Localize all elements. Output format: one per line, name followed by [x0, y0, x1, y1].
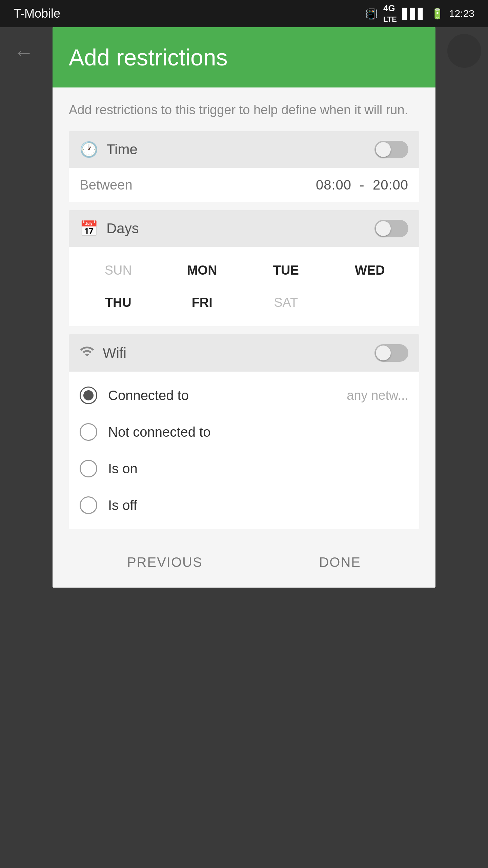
wifi-option-not-connected-to[interactable]: Not connected to: [69, 414, 419, 450]
day-wed[interactable]: WED: [331, 258, 409, 283]
radio-not-connected-to: [80, 423, 97, 441]
status-time: 12:23: [449, 8, 474, 19]
wifi-options: Connected to any netw... Not connected t…: [69, 372, 419, 529]
time-section-header: 🕐 Time: [69, 131, 419, 168]
dialog-footer: PREVIOUS DONE: [53, 537, 435, 588]
day-thu[interactable]: THU: [80, 290, 157, 315]
days-section-header: 📅 Days: [69, 210, 419, 247]
time-toggle[interactable]: [374, 141, 408, 158]
wifi-option-is-on-label: Is on: [108, 461, 138, 476]
wifi-section-header: Wifi: [69, 334, 419, 372]
wifi-option-is-off[interactable]: Is off: [69, 487, 419, 524]
dialog-header: Add restrictions: [53, 27, 435, 87]
radio-is-off: [80, 496, 97, 514]
time-content: Between 08:00 - 20:00: [69, 168, 419, 202]
days-section-header-left: 📅 Days: [80, 220, 139, 237]
wifi-option-not-connected-to-label: Not connected to: [108, 425, 210, 440]
wifi-label: Wifi: [103, 345, 126, 361]
day-sun[interactable]: SUN: [80, 258, 157, 283]
status-icons: 📳 4GLTE ▋▋▋ 🔋 12:23: [365, 3, 474, 24]
wifi-icon: [80, 344, 95, 362]
time-separator: -: [360, 177, 364, 192]
dialog-title: Add restrictions: [69, 44, 419, 71]
wifi-toggle[interactable]: [374, 344, 408, 362]
days-grid: SUN MON TUE WED THU FRI SAT: [69, 247, 419, 326]
lte-icon: 4GLTE: [383, 3, 397, 24]
done-button[interactable]: DONE: [303, 549, 377, 575]
wifi-option-is-off-label: Is off: [108, 498, 137, 513]
carrier-text: T-Mobile: [14, 6, 60, 21]
time-range: 08:00 - 20:00: [316, 177, 408, 193]
time-section-header-left: 🕐 Time: [80, 141, 138, 158]
wifi-option-connected-to[interactable]: Connected to any netw...: [69, 377, 419, 414]
day-tue[interactable]: TUE: [247, 258, 325, 283]
wifi-option-connected-to-label: Connected to: [108, 388, 189, 403]
radio-connected-to: [80, 387, 97, 404]
radio-is-on: [80, 460, 97, 477]
battery-icon: 🔋: [431, 8, 444, 20]
end-time[interactable]: 20:00: [373, 177, 408, 192]
start-time[interactable]: 08:00: [316, 177, 351, 192]
days-label: Days: [106, 220, 139, 237]
day-mon[interactable]: MON: [164, 258, 241, 283]
status-bar: T-Mobile 📳 4GLTE ▋▋▋ 🔋 12:23: [0, 0, 488, 27]
wifi-network-hint: any netw...: [347, 388, 408, 403]
wifi-section: Wifi Connected to any netw... Not connec…: [69, 334, 419, 529]
between-label: Between: [80, 177, 133, 193]
wifi-section-header-left: Wifi: [80, 344, 126, 362]
day-fri[interactable]: FRI: [164, 290, 241, 315]
calendar-icon: 📅: [80, 220, 98, 237]
dialog-body: Add restrictions to this trigger to help…: [53, 87, 435, 529]
day-sat[interactable]: SAT: [247, 290, 325, 315]
vibrate-icon: 📳: [365, 8, 378, 20]
dialog-description: Add restrictions to this trigger to help…: [69, 101, 419, 119]
time-section: 🕐 Time Between 08:00 - 20:00: [69, 131, 419, 202]
time-label: Time: [106, 141, 138, 158]
wifi-option-is-on[interactable]: Is on: [69, 450, 419, 487]
add-restrictions-dialog: Add restrictions Add restrictions to thi…: [53, 27, 435, 588]
clock-icon: 🕐: [80, 141, 98, 158]
days-section: 📅 Days SUN MON TUE WED THU FRI SAT: [69, 210, 419, 326]
signal-icon: ▋▋▋: [402, 8, 426, 20]
days-toggle[interactable]: [374, 220, 408, 237]
time-row: Between 08:00 - 20:00: [80, 177, 408, 193]
previous-button[interactable]: PREVIOUS: [111, 549, 219, 575]
